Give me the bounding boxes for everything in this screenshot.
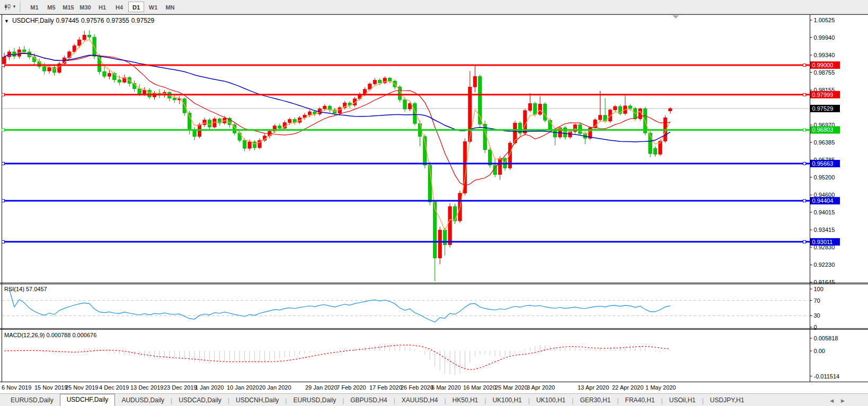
line-handle[interactable] [2, 93, 5, 96]
candle-body [653, 148, 657, 154]
candle-body [528, 103, 532, 110]
candle-body [148, 90, 151, 97]
candlestick-glyph [4, 3, 11, 11]
chevron-down-icon: ▼ [12, 4, 16, 9]
timeframe-button-m30[interactable]: M30 [77, 2, 93, 12]
chart-tab-eurusd-daily[interactable]: EURUSD,Daily [287, 395, 342, 406]
time-axis[interactable]: 6 Nov 201915 Nov 201925 Nov 20194 Dec 20… [0, 382, 868, 393]
candle-body [378, 80, 382, 83]
date-tick-label: 3 Apr 2020 [527, 384, 555, 391]
price-tick-label: 0.99940 [814, 34, 835, 41]
chart-tab-eurusd-daily[interactable]: EURUSD,Daily [4, 395, 60, 406]
candle-body [143, 90, 146, 94]
line-handle[interactable] [2, 129, 5, 131]
date-tick-label: 13 Apr 2020 [578, 384, 609, 391]
tab-scroll-arrows[interactable]: ◀▶ [830, 398, 852, 403]
price-tick-label: 0.93415 [814, 227, 835, 233]
date-tick-label: 16 Mar 2020 [463, 384, 496, 391]
rsi-line-group [9, 289, 670, 322]
toolbar-grip[interactable] [20, 2, 23, 12]
candle-body [278, 126, 281, 128]
date-tick-label: 13 Dec 2019 [130, 384, 163, 391]
candle-body [3, 57, 6, 64]
timeframe-button-w1[interactable]: W1 [145, 2, 161, 12]
date-tick-label: 4 Dec 2019 [99, 384, 129, 391]
candle-body [553, 130, 556, 137]
date-tick-label: 17 Feb 2020 [369, 384, 402, 391]
timeframe-button-m15[interactable]: M15 [60, 2, 76, 12]
timeframe-button-m1[interactable]: M1 [26, 2, 42, 12]
slow-ma-line [4, 53, 670, 142]
timeframe-button-h1[interactable]: H1 [94, 2, 110, 12]
candle-body [388, 78, 391, 82]
line-handle[interactable] [803, 64, 806, 67]
chart-tab-uk100-h1[interactable]: UK100,H1 [530, 395, 572, 406]
chart-tab-ger30-h1[interactable]: GER30,H1 [573, 395, 617, 406]
date-tick-label: 26 Feb 2020 [401, 384, 433, 391]
line-handle[interactable] [2, 163, 5, 165]
rsi-tick-label: 0 [814, 324, 817, 330]
candle-body [614, 106, 617, 110]
chart-menu-triangle-icon: ▼ [4, 19, 9, 24]
date-tick-label: 7 Feb 2020 [336, 384, 366, 391]
chart-tab-usoil-h1[interactable]: USOil,H1 [663, 395, 702, 406]
candlestick-series[interactable] [3, 30, 672, 281]
candle-body [248, 142, 251, 148]
ohlc-high: 0.97576 [81, 17, 104, 24]
candle-body [173, 98, 176, 100]
chart-tab-hk50-h1[interactable]: HK50,H1 [446, 395, 485, 406]
date-tick-label: 15 Nov 2019 [34, 384, 67, 391]
rsi-tick-label: 100 [814, 286, 823, 292]
price-tick-label: 0.92230 [814, 261, 835, 268]
chart-tab-usdjpy-h1[interactable]: USDJPY,H1 [704, 395, 750, 406]
date-tick-label: 29 Jan 2020 [305, 384, 338, 391]
candle-body [78, 40, 81, 46]
candlestick-chart-icon[interactable]: ▼ [2, 2, 18, 12]
line-handle[interactable] [803, 129, 806, 131]
candle-body [238, 133, 241, 140]
chart-tab-usdchf-daily[interactable]: USDCHF,Daily [60, 394, 116, 406]
line-handle[interactable] [803, 93, 806, 96]
timeframe-button-m5[interactable]: M5 [43, 2, 59, 12]
price-tick-label: 0.96385 [814, 139, 835, 146]
candle-body [87, 35, 91, 37]
candle-body [453, 206, 456, 221]
chart-title: ▼USDCHF,Daily0.974450.975760.973550.9752… [4, 17, 156, 24]
candle-body [534, 103, 537, 114]
line-handle[interactable] [803, 163, 806, 165]
candle-body [338, 107, 341, 113]
chart-tab-uk100-h1[interactable]: UK100,H1 [486, 395, 528, 406]
chart-shift-triangle-icon[interactable] [672, 15, 679, 19]
candle-body [138, 89, 141, 94]
macd-group [4, 344, 670, 375]
timeframe-button-mn[interactable]: MN [162, 2, 178, 12]
price-tick-label: 1.00525 [814, 17, 835, 23]
candle-body [288, 120, 291, 123]
macd-tick-label: -0.011514 [814, 373, 840, 380]
date-tick-label: 20 Jan 2020 [259, 384, 291, 391]
chart-tab-audusd-daily[interactable]: AUDUSD,Daily [115, 395, 171, 406]
chart-tab-usdcnh-daily[interactable]: USDCNH,Daily [229, 395, 285, 406]
line-handle[interactable] [803, 240, 806, 243]
candle-body [543, 104, 546, 121]
line-handle[interactable] [2, 240, 5, 243]
chart-tab-usdcad-daily[interactable]: USDCAD,Daily [172, 395, 228, 406]
chart-tab-bar: EURUSD,DailyUSDCHF,DailyAUDUSD,Daily|USD… [0, 393, 868, 406]
line-handle[interactable] [2, 64, 5, 67]
timeframe-button-h4[interactable]: H4 [111, 2, 127, 12]
chart-tab-gbpusd-h4[interactable]: GBPUSD,H4 [344, 395, 393, 406]
chart-canvas[interactable]: 1.005250.999400.993400.987550.981550.969… [0, 14, 868, 382]
price-tick-label: 0.98755 [814, 69, 835, 76]
chart-tab-xauusd-h4[interactable]: XAUUSD,H4 [395, 395, 445, 406]
candle-body [183, 99, 186, 113]
price-badge-label: 0.94404 [812, 197, 834, 204]
candle-body [208, 120, 211, 127]
line-handle[interactable] [803, 200, 806, 202]
chart-tab-fra40-h1[interactable]: FRA40,H1 [619, 395, 661, 406]
line-handle[interactable] [2, 200, 5, 202]
date-tick-label: 10 Jan 2020 [227, 384, 259, 391]
candle-body [203, 120, 206, 125]
candle-body [48, 67, 51, 71]
timeframe-button-d1[interactable]: D1 [128, 2, 144, 12]
chart-window[interactable]: 1.005250.999400.993400.987550.981550.969… [0, 14, 868, 382]
